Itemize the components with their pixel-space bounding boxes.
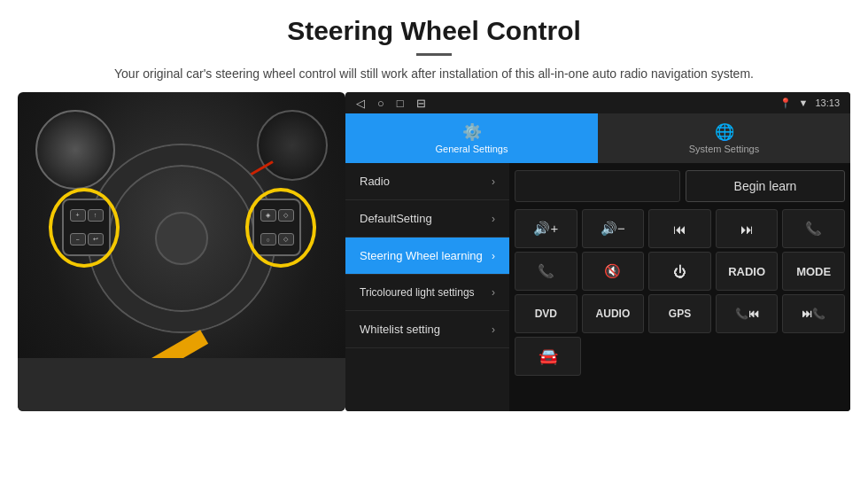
speedometer-left (35, 110, 115, 190)
recent-nav-icon[interactable]: □ (397, 97, 404, 110)
car-icon-button[interactable]: 🚘 (515, 337, 581, 376)
car-icon: 🚘 (539, 347, 558, 366)
content-area: + ↑ − ↩ ◈ ◇ ○ ◇ (0, 92, 868, 411)
status-right: 📍 ▼ 13:13 (779, 97, 840, 109)
steering-wheel-buttons-right: ◈ ◇ ○ ◇ (252, 199, 301, 256)
menu-tricoloured-chevron: › (492, 286, 495, 299)
menu-whitelist-chevron: › (492, 323, 495, 336)
call-icon: 📞 (805, 221, 822, 237)
back-nav-icon[interactable]: ◁ (356, 97, 365, 110)
menu-default-chevron: › (492, 213, 495, 225)
begin-learn-spacer (515, 170, 680, 202)
steering-wheel-hub (155, 212, 208, 265)
call-next-button[interactable]: ⏭📞 (782, 294, 845, 333)
menu-whitelist-label: Whitelist setting (360, 323, 440, 336)
menu-steering-chevron: › (492, 250, 495, 262)
mode-button[interactable]: MODE (782, 252, 845, 291)
time-display: 13:13 (815, 97, 840, 108)
dashboard-bar (18, 358, 345, 411)
call-prev-icon: 📞⏮ (735, 308, 759, 320)
hangup-button[interactable]: 📞 (515, 252, 577, 291)
settings-controls-area: Radio › DefaultSetting › Steering Wheel … (345, 163, 850, 411)
mute-icon: 🔇 (604, 263, 621, 279)
page-subtitle: Your original car's steering wheel contr… (35, 65, 833, 83)
ctrl-row-3: DVD AUDIO GPS 📞⏮ ⏭📞 (515, 294, 845, 333)
general-settings-label: General Settings (436, 144, 508, 154)
title-divider (416, 53, 452, 56)
menu-steering-label: Steering Wheel learning (360, 249, 483, 262)
steering-wheel-buttons-left: + ↑ − ↩ (62, 199, 111, 256)
menu-default-label: DefaultSetting (360, 212, 432, 225)
power-icon: ⏻ (673, 264, 686, 279)
menu-tricoloured-label: Tricoloured light settings (360, 286, 475, 299)
next-track-button[interactable]: ⏭ (716, 209, 779, 248)
vol-down-icon: 🔊− (601, 221, 625, 237)
radio-button[interactable]: RADIO (716, 252, 779, 291)
general-settings-icon: ⚙️ (462, 122, 482, 142)
settings-tabs: ⚙️ General Settings 🌐 System Settings (345, 113, 850, 163)
dvd-label: DVD (535, 308, 557, 320)
next-track-icon: ⏭ (740, 222, 754, 237)
location-icon: 📍 (779, 97, 792, 109)
tab-system-settings[interactable]: 🌐 System Settings (598, 113, 850, 163)
call-next-icon: ⏭📞 (802, 308, 825, 320)
call-prev-button[interactable]: 📞⏮ (716, 294, 779, 333)
menu-radio-chevron: › (492, 175, 495, 188)
menu-item-radio[interactable]: Radio › (345, 163, 509, 200)
wifi-icon: ▼ (799, 97, 809, 108)
ctrl-row-4: 🚘 (515, 337, 845, 376)
page-header: Steering Wheel Control Your original car… (0, 0, 868, 92)
mute-button[interactable]: 🔇 (582, 252, 645, 291)
settings-menu: Radio › DefaultSetting › Steering Wheel … (345, 163, 509, 411)
gauge-needle (249, 160, 273, 176)
system-settings-label: System Settings (689, 144, 759, 154)
android-head-unit: ◁ ○ □ ⊟ 📍 ▼ 13:13 ⚙️ General Settings 🌐 … (345, 92, 850, 411)
call-button[interactable]: 📞 (782, 209, 845, 248)
steering-wheel-ring (89, 145, 275, 331)
menu-radio-label: Radio (360, 175, 390, 188)
mode-label: MODE (796, 265, 831, 278)
hangup-icon: 📞 (538, 263, 554, 279)
menu-item-steering-wheel[interactable]: Steering Wheel learning › (345, 238, 509, 275)
menu-nav-icon[interactable]: ⊟ (416, 97, 426, 110)
controls-panel: Begin learn 🔊+ 🔊− ⏮ ⏭ (509, 163, 850, 411)
radio-label: RADIO (728, 265, 765, 278)
nav-buttons: ◁ ○ □ ⊟ (356, 97, 426, 110)
speedometer-right (257, 110, 328, 181)
home-nav-icon[interactable]: ○ (377, 97, 384, 110)
gps-button[interactable]: GPS (648, 294, 711, 333)
tab-general-settings[interactable]: ⚙️ General Settings (345, 113, 598, 163)
status-bar: ◁ ○ □ ⊟ 📍 ▼ 13:13 (345, 92, 850, 113)
menu-item-default-setting[interactable]: DefaultSetting › (345, 200, 509, 238)
vol-down-button[interactable]: 🔊− (582, 209, 645, 248)
dvd-button[interactable]: DVD (515, 294, 577, 333)
menu-item-tricoloured[interactable]: Tricoloured light settings › (345, 275, 509, 311)
power-button[interactable]: ⏻ (648, 252, 711, 291)
page-title: Steering Wheel Control (35, 16, 833, 46)
ctrl-row-2: 📞 🔇 ⏻ RADIO MODE (515, 252, 845, 291)
gps-label: GPS (669, 308, 691, 320)
audio-label: AUDIO (596, 308, 631, 320)
steering-wheel-image: + ↑ − ↩ ◈ ◇ ○ ◇ (18, 92, 345, 411)
menu-item-whitelist[interactable]: Whitelist setting › (345, 311, 509, 348)
vol-up-button[interactable]: 🔊+ (515, 209, 577, 248)
begin-learn-button[interactable]: Begin learn (686, 170, 845, 202)
ctrl-row-1: 🔊+ 🔊− ⏮ ⏭ 📞 (515, 209, 845, 248)
audio-button[interactable]: AUDIO (582, 294, 645, 333)
vol-up-icon: 🔊+ (533, 221, 558, 237)
prev-track-button[interactable]: ⏮ (648, 209, 711, 248)
prev-track-icon: ⏮ (673, 222, 686, 237)
begin-learn-row: Begin learn (515, 167, 845, 206)
system-settings-icon: 🌐 (715, 122, 734, 142)
